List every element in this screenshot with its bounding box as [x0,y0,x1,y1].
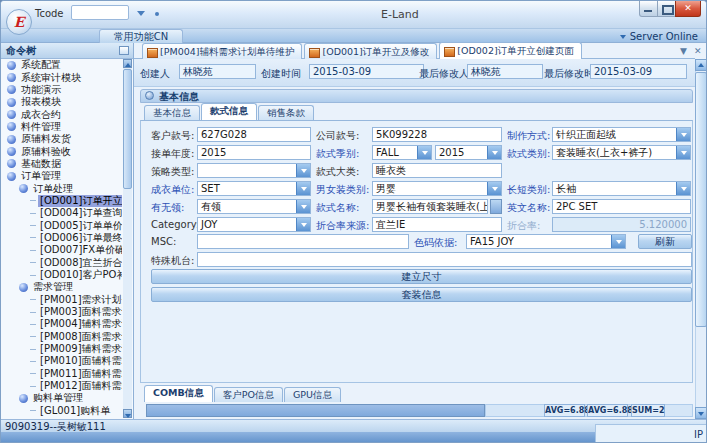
style-season-select[interactable]: FALL [372,145,432,160]
created-at-field[interactable]: 2015-03-09 [309,64,424,79]
tree-item[interactable]: 基础数据 [2,158,122,170]
dropdown-arrow-icon[interactable] [296,218,310,231]
tree-item[interactable]: [PM010]面辅料需求计划... [2,355,122,367]
browse-button[interactable] [490,199,502,214]
tree-item[interactable]: [OD008]宜兰折合率维护 [2,257,122,269]
bottom-tab[interactable]: COMB信息 [144,385,213,402]
tree-item[interactable]: 功能演示 [2,84,122,96]
quick-access-dropdown-button[interactable] [135,8,147,19]
customer-style-field[interactable]: 627G028 [197,127,311,142]
tree-item[interactable]: [PM001]需求计划开立 [2,294,122,306]
grid-header-bar [146,404,485,417]
close-tab-icon[interactable]: ✕ [694,46,702,56]
sleeve-class-select[interactable]: 长袖 [552,181,691,196]
collar-select[interactable]: 有领 [197,199,311,214]
style-class-field[interactable]: 睡衣类 [372,163,502,178]
rate-source-field[interactable]: 宜兰IE [372,217,502,232]
document-tab[interactable]: [PM004]辅料需求计划单待维护 [142,43,302,59]
category-select[interactable]: JOY [197,217,311,232]
node-icon [7,159,16,168]
order-year-field[interactable]: 2015 [197,145,311,160]
node-icon [7,98,16,107]
minimize-button[interactable] [639,1,658,17]
tree-item[interactable]: [OD001]订单开立及修改 [2,195,122,207]
style-tab[interactable]: 基本信息 [144,105,200,120]
dropdown-arrow-icon[interactable] [296,164,310,177]
dropdown-arrow-icon[interactable] [676,128,690,141]
dropdown-arrow-icon[interactable] [611,235,625,248]
app-menu-button[interactable]: E [6,9,32,35]
main-scroll-thumb[interactable] [695,72,707,327]
tree-item[interactable]: [OD007]FX单价确认 [2,244,122,256]
english-name-field[interactable]: 2PC SET [552,199,691,214]
tree-item[interactable]: 订单管理 [2,170,122,182]
tab-list-dropdown-icon[interactable]: ▼ [680,46,687,56]
tree-item[interactable]: 需求管理 [2,281,122,293]
server-status[interactable]: Server Online [620,31,698,42]
bottom-tab[interactable]: GPU信息 [284,387,341,402]
tree-item[interactable]: 购料单管理 [2,392,122,404]
tree-item[interactable]: [PM008]面料需求计划单... [2,331,122,343]
tree-item[interactable]: 成衣合约 [2,108,122,120]
tcode-input[interactable] [71,5,129,20]
style-tab[interactable]: 款式信息 [201,103,257,120]
tree-item[interactable]: 原辅料验收 [2,145,122,157]
gender-class-select[interactable]: 男婴 [372,181,502,196]
tree-item[interactable]: [OD005]订单单价修改(新) [2,219,122,231]
company-style-field[interactable]: 5K099228 [372,127,502,142]
dropdown-arrow-icon[interactable] [487,182,501,195]
tree-item[interactable]: 系统审计模块 [2,71,122,83]
close-button[interactable]: ✕ [675,1,701,17]
dropdown-arrow-icon[interactable] [296,200,310,213]
document-tab[interactable]: [OD001]订单开立及修改 [304,43,437,59]
tree-item[interactable]: 系统配置 [2,59,122,71]
color-basis-select[interactable]: FA15 JOY [466,234,626,249]
dropdown-arrow-icon[interactable] [676,182,690,195]
quick-access-more-button[interactable] [151,8,163,19]
sidebar-scroll-thumb[interactable] [123,69,132,189]
tree-item[interactable]: 报表模块 [2,96,122,108]
scroll-down-icon[interactable] [695,407,707,419]
dropdown-arrow-icon[interactable] [417,146,431,159]
tree-item[interactable]: [PM012]面辅料需求资料... [2,380,122,392]
panel-pin-icon[interactable] [119,46,129,55]
refresh-button[interactable]: 刷新 [638,234,692,249]
tree-item[interactable]: [PM003]面料需求计划单... [2,306,122,318]
suit-info-button[interactable]: 套装信息 [151,287,692,302]
build-size-button[interactable]: 建立尺寸 [151,269,692,284]
tree-item[interactable]: 原辅料发货 [2,133,122,145]
maximize-button[interactable] [657,1,676,17]
tree-item[interactable]: [OD004]订单查询 [2,207,122,219]
document-tab[interactable]: [OD002]订单开立创建页面 [439,42,581,59]
special-machine-field[interactable] [197,252,692,267]
dropdown-arrow-icon[interactable] [487,146,501,159]
tree-item[interactable]: [PM004]辅料需求计划单... [2,318,122,330]
msc-field[interactable] [197,234,409,249]
tree-item[interactable]: [GL001]购料单 [2,405,122,417]
ribbon-tab-common-functions[interactable]: 常用功能CN [99,29,183,43]
modified-at-field[interactable]: 2015-03-09 [590,64,687,79]
collapse-icon[interactable] [145,91,154,100]
tree-item[interactable]: [PM009]辅料需求计划单... [2,343,122,355]
created-by-field[interactable]: 林晓苑 [179,64,256,79]
dropdown-arrow-icon[interactable] [296,182,310,195]
tree-item[interactable]: [PM011]面辅料需求计划... [2,368,122,380]
group-header[interactable] [140,89,693,103]
strategy-type-select[interactable] [197,163,311,178]
modified-by-field[interactable]: 林晓苑 [467,64,543,79]
style-name-field[interactable]: 男婴长袖有领套装睡衣(上衣+裤子) [372,199,488,214]
make-method-select[interactable]: 针织正面起绒 [552,127,691,142]
tree-item[interactable]: [OD006]订单最终数量修改 [2,232,122,244]
scroll-up-icon[interactable] [695,59,707,71]
tree-item[interactable]: 料件管理 [2,121,122,133]
scroll-up-icon[interactable] [123,59,132,68]
style-tab[interactable]: 销售条款 [258,105,314,120]
garment-unit-select[interactable]: SET [197,181,311,196]
style-category-select[interactable]: 套装睡衣(上衣+裤子) [552,145,691,160]
tree-item[interactable]: 订单处理 [2,182,122,194]
tree-item[interactable]: [OD010]客户PO补入 [2,269,122,281]
scroll-down-icon[interactable] [123,409,132,418]
bottom-tab[interactable]: 客户PO信息 [214,387,283,402]
style-season-year-select[interactable]: 2015 [435,145,502,160]
dropdown-arrow-icon[interactable] [676,146,690,159]
